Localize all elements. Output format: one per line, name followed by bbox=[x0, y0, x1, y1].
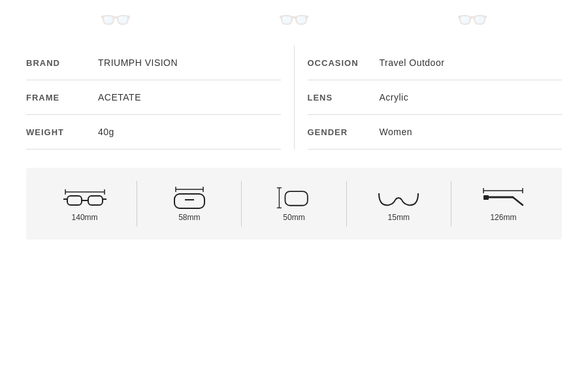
specs-value: TRIUMPH VISION bbox=[98, 57, 178, 68]
bridge-width-icon bbox=[376, 185, 421, 210]
specs-label: LENS bbox=[308, 93, 380, 103]
lens-height-icon bbox=[271, 185, 317, 210]
specs-area: BRAND TRIUMPH VISION FRAME ACETATE WEIGH… bbox=[26, 46, 562, 150]
temple-length-icon bbox=[480, 185, 526, 210]
specs-label: WEIGHT bbox=[26, 127, 98, 137]
measurement-temple-length: 126mm bbox=[451, 185, 555, 222]
specs-label: GENDER bbox=[308, 127, 380, 137]
specs-row: BRAND TRIUMPH VISION bbox=[26, 46, 281, 80]
measurement-bridge-width: 15mm bbox=[347, 185, 451, 222]
specs-value: Acrylic bbox=[380, 92, 409, 103]
specs-left: BRAND TRIUMPH VISION FRAME ACETATE WEIGH… bbox=[26, 46, 281, 150]
svg-rect-11 bbox=[174, 194, 204, 208]
specs-row: FRAME ACETATE bbox=[26, 80, 281, 115]
specs-value: 40g bbox=[98, 127, 114, 137]
svg-rect-4 bbox=[88, 196, 103, 205]
svg-rect-22 bbox=[483, 195, 489, 200]
image-row: 👓 👓 👓 bbox=[26, 0, 562, 39]
bridge-width-value: 15mm bbox=[388, 213, 410, 222]
vertical-divider bbox=[294, 46, 295, 150]
lens-width-icon bbox=[167, 185, 212, 210]
svg-rect-16 bbox=[285, 191, 307, 206]
lens-width-value: 58mm bbox=[178, 213, 200, 222]
lens-height-value: 50mm bbox=[283, 213, 304, 222]
specs-row: LENS Acrylic bbox=[308, 80, 563, 115]
page-wrapper: 👓 👓 👓 BRAND TRIUMPH VISION FRAME ACETATE… bbox=[0, 0, 588, 365]
specs-row: GENDER Women bbox=[308, 115, 563, 150]
temple-length-value: 126mm bbox=[490, 213, 516, 222]
specs-row: WEIGHT 40g bbox=[26, 115, 281, 150]
specs-label: OCCASION bbox=[308, 58, 380, 68]
svg-rect-3 bbox=[67, 196, 82, 205]
specs-right: OCCASION Travel Outdoor LENS Acrylic GEN… bbox=[308, 46, 563, 150]
specs-label: BRAND bbox=[26, 58, 98, 68]
total-width-icon bbox=[62, 185, 108, 210]
specs-value: ACETATE bbox=[98, 92, 141, 103]
specs-row: OCCASION Travel Outdoor bbox=[308, 46, 563, 80]
measurement-total-width: 140mm bbox=[33, 185, 137, 222]
specs-value: Women bbox=[380, 127, 412, 137]
total-width-value: 140mm bbox=[72, 213, 98, 222]
specs-label: FRAME bbox=[26, 93, 98, 103]
svg-line-21 bbox=[513, 197, 523, 205]
measurement-lens-height: 50mm bbox=[242, 185, 346, 222]
measurement-lens-width: 58mm bbox=[137, 185, 241, 222]
specs-value: Travel Outdoor bbox=[380, 57, 445, 68]
measurement-row: 140mm 58mm bbox=[26, 168, 562, 240]
